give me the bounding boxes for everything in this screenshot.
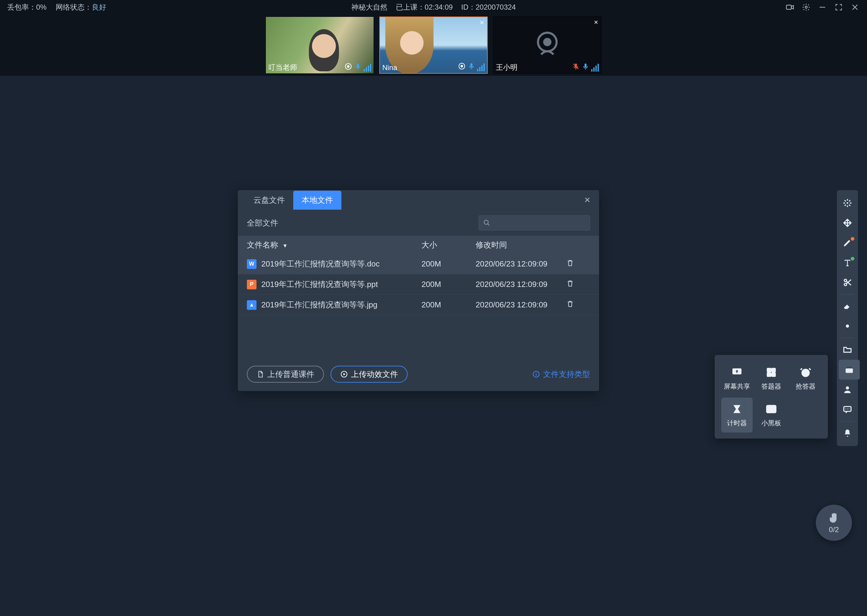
folder-tool[interactable] (837, 340, 858, 360)
delete-file-button[interactable] (566, 259, 590, 269)
screen-icon (729, 366, 745, 379)
raise-hand-button[interactable]: 0/2 (816, 505, 852, 541)
scissors-tool[interactable] (837, 272, 858, 292)
video-status-icons (344, 63, 371, 72)
svg-point-37 (846, 386, 849, 390)
mic-on-icon (582, 63, 590, 72)
svg-point-34 (844, 283, 847, 286)
tile-close-icon[interactable]: × (594, 19, 598, 26)
dialog-close-icon[interactable]: ✕ (584, 195, 591, 205)
settings-icon[interactable] (801, 2, 811, 12)
document-icon (257, 370, 264, 378)
svg-point-35 (846, 325, 849, 328)
hand-count: 0/2 (829, 525, 839, 534)
search-icon (483, 219, 490, 226)
laser-pointer-tool[interactable] (837, 193, 858, 213)
svg-point-12 (543, 38, 552, 46)
svg-rect-10 (471, 63, 473, 67)
signal-bars-icon (477, 63, 485, 71)
video-strip: 叮当老师 × Nina × 王小明 (0, 14, 867, 76)
col-mtime[interactable]: 修改时间 (476, 240, 566, 250)
tool-active-dot (851, 237, 854, 240)
upload-normal-button[interactable]: 上传普通课件 (247, 366, 324, 383)
svg-text:2+3: 2+3 (768, 407, 775, 412)
file-name: 2019年工作汇报情况查询等等.doc (261, 259, 380, 269)
tool-label: 答题器 (761, 382, 781, 391)
file-size: 200M (421, 280, 476, 289)
tab-local-files[interactable]: 本地文件 (293, 191, 341, 210)
fullscreen-icon[interactable] (834, 2, 843, 12)
text-tool[interactable] (837, 253, 858, 272)
signal-bars-icon (364, 64, 371, 72)
tab-cloud-files[interactable]: 云盘文件 (245, 191, 293, 210)
video-status-icons (458, 62, 485, 71)
svg-point-39 (845, 409, 846, 409)
close-window-icon[interactable] (850, 2, 860, 12)
elapsed-value: 02:34:09 (425, 3, 453, 11)
file-row[interactable]: ▲ 2019年工作汇报情况查询等等.jpg 200M 2020/06/23 12… (238, 295, 599, 315)
file-type-badge: P (247, 280, 257, 289)
file-upload-dialog: 云盘文件 本地文件 ✕ 全部文件 文件名称▼ 大小 修改时间 W 2019年工作… (238, 190, 599, 391)
supported-types-link[interactable]: 文件支持类型 (532, 369, 590, 380)
svg-rect-26 (772, 373, 776, 377)
svg-point-40 (847, 409, 848, 409)
mic-muted-icon (572, 63, 580, 72)
alarm-icon (798, 366, 813, 379)
network-label: 网络状态： (56, 3, 92, 11)
svg-point-16 (484, 220, 488, 225)
svg-text:A: A (768, 369, 770, 372)
timer-icon (729, 402, 745, 416)
svg-line-17 (488, 224, 490, 226)
svg-text:B: B (773, 369, 775, 372)
signal-bars-icon (591, 64, 599, 72)
col-size[interactable]: 大小 (421, 240, 476, 250)
mic-on-icon (354, 63, 362, 72)
breadcrumb[interactable]: 全部文件 (247, 218, 278, 228)
file-name: 2019年工作汇报情况查询等等.jpg (261, 300, 377, 310)
elapsed-label: 已上课： (396, 3, 425, 11)
toolbox-tool[interactable] (839, 360, 860, 380)
col-name-label: 文件名称 (247, 240, 278, 249)
play-circle-icon (340, 370, 348, 378)
video-tile-teacher[interactable]: 叮当老师 (265, 17, 374, 74)
tool-label: 计时器 (727, 419, 747, 428)
delete-file-button[interactable] (566, 279, 590, 290)
tool-board[interactable]: 2+3 小黑板 (756, 398, 787, 432)
upload-animated-button[interactable]: 上传动效文件 (331, 366, 408, 383)
bell-tool[interactable] (837, 423, 858, 443)
camera-toggle-icon[interactable] (785, 2, 795, 12)
tool-label: 抢答器 (796, 382, 815, 391)
tool-quiz[interactable]: AB 答题器 (756, 361, 787, 396)
tool-screen[interactable]: 屏幕共享 (721, 361, 753, 396)
tool-timer[interactable]: 计时器 (721, 398, 753, 432)
chat-tool[interactable] (837, 399, 858, 419)
tool-alarm[interactable]: 抢答器 (790, 361, 821, 396)
move-tool[interactable] (837, 213, 858, 233)
svg-point-41 (849, 409, 850, 409)
eraser-tool[interactable] (837, 296, 858, 316)
minimize-icon[interactable] (818, 2, 827, 12)
file-table-header: 文件名称▼ 大小 修改时间 (238, 236, 599, 254)
svg-rect-15 (585, 63, 587, 68)
svg-rect-0 (786, 5, 791, 9)
delete-file-button[interactable] (566, 300, 590, 310)
file-row[interactable]: P 2019年工作汇报情况查询等等.ppt 200M 2020/06/23 12… (238, 274, 599, 295)
svg-rect-25 (767, 373, 771, 377)
user-tool[interactable] (837, 380, 858, 399)
tile-close-icon[interactable]: × (480, 19, 484, 26)
svg-point-1 (805, 6, 807, 8)
file-size: 200M (421, 259, 476, 269)
video-tile-student-1[interactable]: × Nina (379, 17, 488, 74)
video-tile-student-2[interactable]: × 王小明 (493, 17, 602, 74)
network-value: 良好 (92, 3, 106, 11)
col-name[interactable]: 文件名称▼ (247, 240, 421, 250)
video-status-icons (572, 63, 599, 72)
file-row[interactable]: W 2019年工作汇报情况查询等等.doc 200M 2020/06/23 12… (238, 254, 599, 274)
dot-tool[interactable] (837, 316, 858, 336)
sort-caret-icon: ▼ (282, 243, 288, 249)
teaching-tools-popup: 屏幕共享AB 答题器 抢答器 计时器2+3 小黑板 (715, 355, 828, 438)
tool-label: 小黑板 (761, 419, 781, 428)
pen-tool[interactable] (837, 233, 858, 253)
svg-rect-36 (846, 368, 853, 373)
search-input[interactable] (479, 215, 590, 230)
